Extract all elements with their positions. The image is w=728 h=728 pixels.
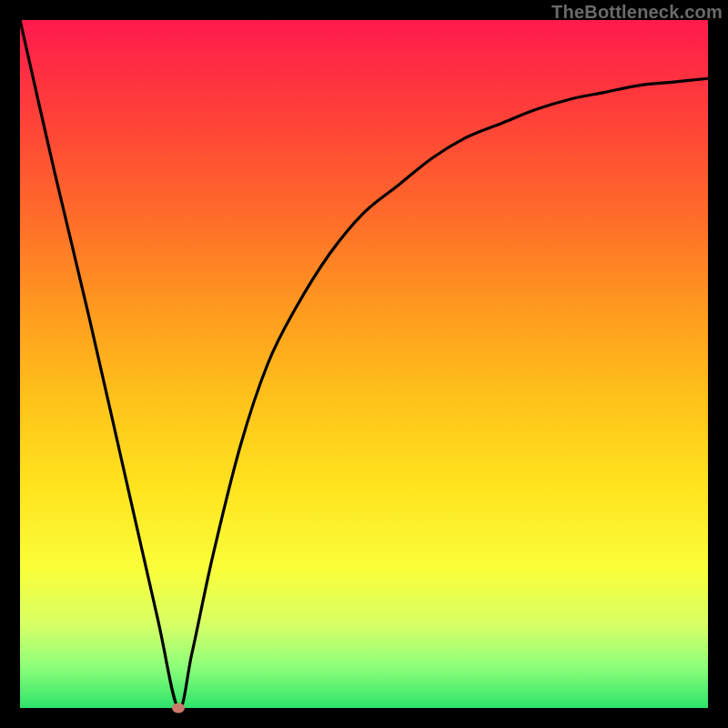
bottleneck-curve (20, 20, 708, 708)
minimum-marker (172, 703, 185, 713)
watermark-label: TheBottleneck.com (551, 2, 723, 23)
plot-area (20, 20, 708, 708)
chart-frame: TheBottleneck.com (0, 0, 728, 728)
